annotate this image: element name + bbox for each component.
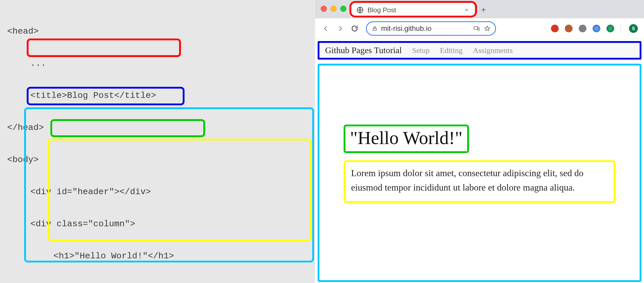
svg-rect-1 xyxy=(373,28,376,30)
toolbar-separator xyxy=(620,24,621,33)
code-line-title: <title>Blog Post</title> xyxy=(30,88,310,104)
extension-icon[interactable] xyxy=(565,25,573,32)
back-button[interactable] xyxy=(321,24,330,33)
window-maximize-button[interactable] xyxy=(340,6,346,12)
extension-icon[interactable] xyxy=(606,25,614,32)
globe-icon xyxy=(356,6,364,14)
navbar-link-assignments[interactable]: Assignments xyxy=(473,46,513,55)
code-line: <head> xyxy=(7,23,310,40)
extension-icon[interactable] xyxy=(551,25,559,32)
rendered-page: Github Pages Tutorial Setup Editing Assi… xyxy=(315,41,644,283)
code-panel: <head> ... <title>Blog Post</title> </he… xyxy=(0,0,315,283)
extension-icon[interactable] xyxy=(579,25,586,32)
arrow-right-icon xyxy=(336,25,344,32)
navbar-brand[interactable]: Github Pages Tutorial xyxy=(325,45,402,55)
arrow-left-icon xyxy=(322,25,330,32)
browser-tabstrip: Blog Post × + xyxy=(315,0,644,18)
browser-toolbar: mit-risi.github.io S xyxy=(315,18,644,39)
svg-rect-2 xyxy=(474,26,477,29)
browser-mockup: Blog Post × + mit-risi.github.io xyxy=(315,0,644,283)
svg-rect-3 xyxy=(478,28,479,30)
annotation-paragraph-box: Lorem ipsum dolor sit amet, consectetur … xyxy=(344,160,615,203)
code-block: <head> ... <title>Blog Post</title> </he… xyxy=(7,7,310,283)
reload-icon xyxy=(351,25,358,32)
tab-close-button[interactable]: × xyxy=(464,6,469,14)
browser-tab[interactable]: Blog Post × xyxy=(351,2,474,18)
forward-button[interactable] xyxy=(336,24,345,33)
window-minimize-button[interactable] xyxy=(330,6,337,12)
address-bar[interactable]: mit-risi.github.io xyxy=(366,21,496,36)
code-line-column-open: <div class="column"> xyxy=(30,216,310,232)
code-line: ... xyxy=(30,55,310,72)
page-navbar: Github Pages Tutorial Setup Editing Assi… xyxy=(318,41,641,60)
new-tab-button[interactable]: + xyxy=(481,5,486,15)
window-close-button[interactable] xyxy=(321,6,327,12)
page-paragraph: Lorem ipsum dolor sit amet, consectetur … xyxy=(351,166,608,195)
star-icon[interactable] xyxy=(484,25,491,32)
code-line-header-div: <div id="header"></div> xyxy=(30,184,310,200)
browser-extensions: S xyxy=(551,24,638,33)
page-heading: "Hello World!" xyxy=(350,128,463,148)
code-line-h1: <h1>"Hello World!"</h1> xyxy=(53,248,310,264)
code-line: <body> xyxy=(7,152,310,168)
profile-avatar[interactable]: S xyxy=(629,24,638,33)
navbar-link-editing[interactable]: Editing xyxy=(440,46,463,55)
tab-title: Blog Post xyxy=(367,6,464,14)
page-content-column: "Hello World!" Lorem ipsum dolor sit ame… xyxy=(318,64,641,282)
device-icon[interactable] xyxy=(473,25,480,32)
window-controls xyxy=(321,6,346,12)
navbar-link-setup[interactable]: Setup xyxy=(412,46,429,55)
code-line-p-open: <p> xyxy=(53,280,310,283)
extension-icon[interactable] xyxy=(593,25,600,32)
annotation-h1-box: "Hello World!" xyxy=(344,125,469,153)
lock-icon xyxy=(372,26,378,31)
reload-button[interactable] xyxy=(350,24,359,33)
code-line: </head> xyxy=(7,120,310,136)
